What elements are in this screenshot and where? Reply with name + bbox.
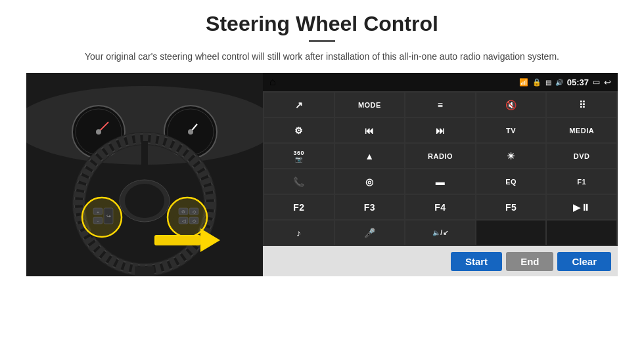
btn-dvd[interactable]: DVD <box>547 144 616 168</box>
btn-screen[interactable]: ▬ <box>405 169 475 194</box>
btn-tv[interactable]: TV <box>476 118 546 142</box>
btn-next[interactable]: ⏭ <box>405 118 475 142</box>
status-right: 📶 🔒 ▤ 🔊 05:37 ▭ ↩ <box>519 77 611 87</box>
bottom-bar: Start End Clear <box>263 246 618 276</box>
btn-mode[interactable]: MODE <box>335 93 405 117</box>
btn-empty-2 <box>547 220 616 245</box>
cast-icon: ▭ <box>593 77 600 87</box>
start-button[interactable]: Start <box>451 252 502 271</box>
btn-radio[interactable]: RADIO <box>405 144 475 168</box>
status-time: 05:37 <box>567 77 589 87</box>
steering-wheel-image: + - ↪ ⊙ ◇ ◁ ◇ <box>26 73 263 276</box>
btn-media[interactable]: MEDIA <box>547 118 616 142</box>
page-container: Steering Wheel Control Your original car… <box>0 0 644 357</box>
page-subtitle: Your original car's steering wheel contr… <box>85 50 559 64</box>
svg-point-9 <box>188 129 193 135</box>
btn-f3[interactable]: F3 <box>335 195 405 219</box>
btn-eject[interactable]: ▲ <box>335 144 405 168</box>
bt-icon: 🔊 <box>555 79 563 86</box>
clear-button[interactable]: Clear <box>557 252 611 271</box>
btn-settings[interactable]: ⚙ <box>264 118 334 142</box>
btn-mute[interactable]: 🔇 <box>476 93 546 117</box>
page-title: Steering Wheel Control <box>206 12 438 36</box>
btn-mic[interactable]: 🎤 <box>335 220 405 245</box>
btn-360[interactable]: 360📷 <box>264 144 334 168</box>
btn-phone[interactable]: 📞 <box>264 169 334 194</box>
svg-text:+: + <box>97 210 99 214</box>
main-content: + - ↪ ⊙ ◇ ◁ ◇ <box>26 73 618 276</box>
btn-empty-1 <box>476 220 546 245</box>
svg-text:-: - <box>97 219 99 223</box>
btn-f2[interactable]: F2 <box>264 195 334 219</box>
btn-prev[interactable]: ⏮ <box>335 118 405 142</box>
wifi-icon: 📶 <box>519 78 528 87</box>
btn-music[interactable]: ♪ <box>264 220 334 245</box>
btn-f5[interactable]: F5 <box>476 195 546 219</box>
button-grid: ↗ MODE ≡ 🔇 ⠿ ⚙ ⏮ ⏭ TV MEDIA 360📷 ▲ RADIO… <box>263 91 618 246</box>
btn-brightness[interactable]: ☀ <box>476 144 546 168</box>
svg-rect-37 <box>156 236 200 245</box>
svg-point-6 <box>96 129 101 135</box>
btn-eq[interactable]: EQ <box>476 169 546 194</box>
head-unit-panel: ⌂ 📶 🔒 ▤ 🔊 05:37 ▭ ↩ ↗ MODE ≡ 🔇 ⠿ <box>263 73 618 276</box>
btn-navigate[interactable]: ↗ <box>264 93 334 117</box>
btn-vol-call[interactable]: 🔈/↙ <box>405 220 475 245</box>
btn-navi[interactable]: ◎ <box>335 169 405 194</box>
svg-point-18 <box>125 184 164 218</box>
btn-play-pause[interactable]: ▶⏸ <box>547 195 616 219</box>
btn-apps[interactable]: ⠿ <box>547 93 616 117</box>
svg-rect-38 <box>135 266 154 276</box>
btn-f4[interactable]: F4 <box>405 195 475 219</box>
home-icon[interactable]: ⌂ <box>269 76 276 88</box>
back-icon[interactable]: ↩ <box>604 77 611 87</box>
lock-icon: 🔒 <box>532 78 541 87</box>
status-bar: ⌂ 📶 🔒 ▤ 🔊 05:37 ▭ ↩ <box>263 73 618 91</box>
svg-text:⊙: ⊙ <box>181 209 185 214</box>
btn-list[interactable]: ≡ <box>405 93 475 117</box>
title-underline <box>309 40 335 42</box>
end-button[interactable]: End <box>506 252 553 271</box>
svg-text:↪: ↪ <box>106 213 111 219</box>
btn-f1[interactable]: F1 <box>547 169 616 194</box>
sd-icon: ▤ <box>545 79 551 86</box>
